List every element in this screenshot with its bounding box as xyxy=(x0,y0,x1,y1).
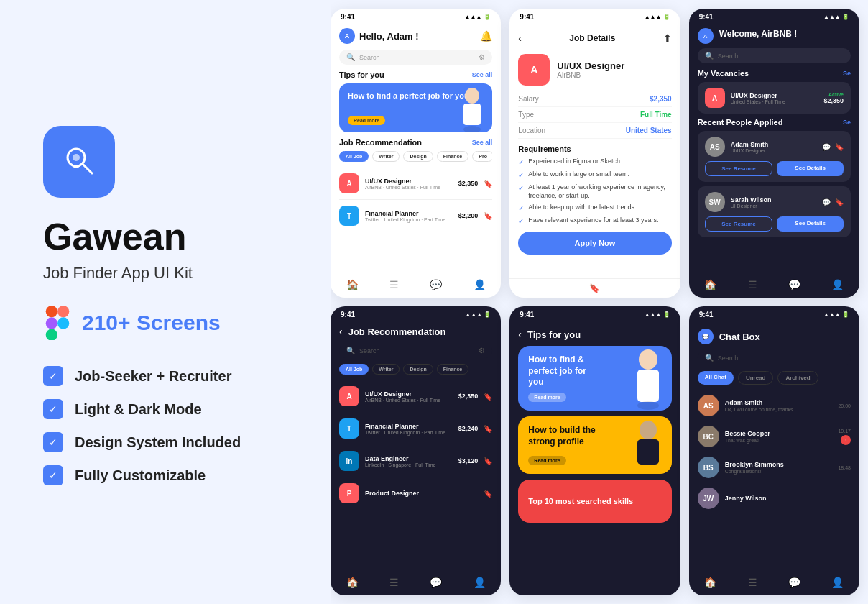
feature-item-2: ✓ Light & Dark Mode xyxy=(43,399,295,419)
chip-finance[interactable]: Finance xyxy=(437,151,468,162)
dark-job-2[interactable]: T Financial Planner Twitter · United Kin… xyxy=(339,413,492,445)
greeting-text: Hello, Adam ! xyxy=(359,31,419,42)
see-all-jobs[interactable]: See all xyxy=(472,139,493,146)
nav4-list[interactable]: ☰ xyxy=(389,577,399,588)
see-resume-btn-1[interactable]: See Resume xyxy=(705,161,773,176)
chat-preview-1: Ok, I will come on time, thanks xyxy=(725,407,833,412)
tips-back-btn[interactable]: ‹ xyxy=(518,329,522,340)
chip-dark-finance[interactable]: Finance xyxy=(437,364,468,375)
nav6-profile[interactable]: 👤 xyxy=(831,577,844,588)
chip-unread[interactable]: Unread xyxy=(738,371,774,385)
nav4-chat[interactable]: 💬 xyxy=(430,577,442,588)
right-panel: 9:41 ▲▲▲ 🔋 A Hello, Adam ! 🔔 🔍 Search ⚙ … xyxy=(331,0,868,604)
vacancy-sub: United States · Full Time xyxy=(731,99,785,104)
dark-bookmark-3[interactable]: 🔖 xyxy=(484,457,492,465)
chip-archived[interactable]: Archived xyxy=(777,371,818,385)
nav-home[interactable]: 🏠 xyxy=(346,279,359,290)
figma-logo xyxy=(43,306,72,340)
bookmark-icon-1[interactable]: 🔖 xyxy=(484,180,492,188)
nav-chat[interactable]: 💬 xyxy=(430,279,442,290)
nav6-chat[interactable]: 💬 xyxy=(788,577,800,588)
nav-profile[interactable]: 👤 xyxy=(474,279,486,290)
tip-card-title-1: How to find & perfect job for you xyxy=(528,354,601,388)
chip-dark-writer[interactable]: Writer xyxy=(372,364,400,375)
tip-read-more-2[interactable]: Read more xyxy=(528,456,565,465)
dark-job-info-3: Data Engineer LinkedIn · Singapore · Ful… xyxy=(365,455,453,467)
recruiter-greeting: Welcome, AirBNB ! xyxy=(719,29,798,39)
chat-item-2[interactable]: BC Bessie Cooper That was great! 19.17 ! xyxy=(698,421,851,452)
dark-job-3[interactable]: in Data Engineer LinkedIn · Singapore · … xyxy=(339,445,492,477)
search-bar[interactable]: 🔍 Search ⚙ xyxy=(339,50,492,65)
chat-title: Chat Box xyxy=(719,331,760,342)
nav2-bookmark[interactable]: 🔖 xyxy=(589,283,600,293)
req-4: ✓ Able to keep up with the latest trends… xyxy=(518,203,671,213)
job-item-1[interactable]: A UI/UX Designer AirBNB · United States … xyxy=(339,168,492,200)
dark-bookmark-2[interactable]: 🔖 xyxy=(484,425,492,433)
dark-bookmark-4[interactable]: 🔖 xyxy=(484,490,492,498)
nav4-profile[interactable]: 👤 xyxy=(474,577,486,588)
message-icon-2[interactable]: 💬 xyxy=(822,198,831,206)
checkbox-icon-4: ✓ xyxy=(43,465,63,485)
nav3-list[interactable]: ☰ xyxy=(748,279,757,290)
chat-header: 💬 Chat Box xyxy=(698,326,851,350)
see-resume-btn-2[interactable]: See Resume xyxy=(705,216,773,232)
nav-list[interactable]: ☰ xyxy=(389,279,399,290)
chip-dark-design[interactable]: Design xyxy=(403,364,433,375)
chat-item-1[interactable]: AS Adam Smith Ok, I will come on time, t… xyxy=(698,390,851,421)
jobrec-dark-title: Job Recommendation xyxy=(348,326,446,337)
screen2-content: ‹ Job Details ⬆ A UI/UX Designer AirBNB … xyxy=(509,22,680,278)
tip-card-1[interactable]: How to find & perfect job for you Read m… xyxy=(518,346,671,411)
tips-back: ‹ Tips for you xyxy=(518,326,671,346)
location-value: United States xyxy=(626,127,672,134)
chip-dark-alljob[interactable]: All Job xyxy=(339,364,369,375)
see-details-btn-2[interactable]: See Details xyxy=(777,216,844,232)
chip-all-chat[interactable]: All Chat xyxy=(698,371,734,385)
logo-icon xyxy=(59,142,99,182)
nav4-home[interactable]: 🏠 xyxy=(346,577,359,588)
tip-card-2[interactable]: How to build the strong profile Read mor… xyxy=(518,416,671,474)
chip-pro[interactable]: Pro xyxy=(472,151,492,162)
chat-item-4[interactable]: JW Jenny Wilson xyxy=(698,483,851,514)
recruiter-search-placeholder: Search xyxy=(718,52,739,60)
see-all-vacancies[interactable]: Se xyxy=(843,70,851,77)
nav6-list[interactable]: ☰ xyxy=(748,577,757,588)
dark-job-4[interactable]: P Product Designer 🔖 xyxy=(339,477,492,510)
nav3-home[interactable]: 🏠 xyxy=(704,279,716,290)
vacancy-title: UI/UX Designer xyxy=(731,92,785,99)
chip-design[interactable]: Design xyxy=(403,151,433,162)
back-btn-dark[interactable]: ‹ xyxy=(339,326,343,337)
see-all-tips[interactable]: See all xyxy=(472,71,493,78)
chat-item-3[interactable]: BS Brooklyn Simmons Congratulations! 18.… xyxy=(698,452,851,483)
see-details-btn-1[interactable]: See Details xyxy=(777,161,844,176)
vacancy-card[interactable]: A UI/UX Designer United States · Full Ti… xyxy=(698,82,851,114)
person-info-2: SW Sarah Wilson UI Designer 💬 🔖 xyxy=(705,192,844,212)
bookmark-icon-2[interactable]: 🔖 xyxy=(484,212,492,220)
chip-alljob[interactable]: All Job xyxy=(339,151,369,162)
read-more-btn[interactable]: Read more xyxy=(348,116,385,125)
dark-bookmark-1[interactable]: 🔖 xyxy=(484,393,492,401)
chat-search[interactable]: 🔍 Search xyxy=(698,350,851,365)
search-dark[interactable]: 🔍 Search ⚙ xyxy=(339,343,492,358)
recruiter-search[interactable]: 🔍 Search xyxy=(698,48,851,63)
features-list: ✓ Job-Seeker + Recruiter ✓ Light & Dark … xyxy=(43,366,295,485)
tip-card-title-2: How to build the strong profile xyxy=(528,425,601,447)
message-icon-1[interactable]: 💬 xyxy=(822,143,831,151)
chip-writer[interactable]: Writer xyxy=(372,151,400,162)
chat-avatar-3: BS xyxy=(698,457,719,478)
back-button[interactable]: ‹ xyxy=(518,32,522,44)
see-all-people[interactable]: Se xyxy=(843,119,851,126)
job-item-2[interactable]: T Financial Planner Twitter · United Kin… xyxy=(339,200,492,232)
tip-card-3[interactable]: Top 10 most searched skills xyxy=(518,480,671,523)
type-value: Full Time xyxy=(640,111,672,119)
app-logo xyxy=(43,126,115,198)
dark-job-1[interactable]: A UI/UX Designer AirBNB · United States … xyxy=(339,380,492,413)
tip-read-more-1[interactable]: Read more xyxy=(528,393,565,402)
nav3-chat[interactable]: 💬 xyxy=(788,279,800,290)
nav3-profile[interactable]: 👤 xyxy=(831,279,844,290)
apply-button[interactable]: Apply Now xyxy=(518,232,671,255)
nav6-home[interactable]: 🏠 xyxy=(704,577,716,588)
share-icon[interactable]: ⬆ xyxy=(663,32,672,44)
chat-info-3: Brooklyn Simmons Congratulations! xyxy=(725,461,833,474)
bookmark-icon-p1[interactable]: 🔖 xyxy=(835,143,844,151)
bookmark-icon-p2[interactable]: 🔖 xyxy=(835,198,844,206)
